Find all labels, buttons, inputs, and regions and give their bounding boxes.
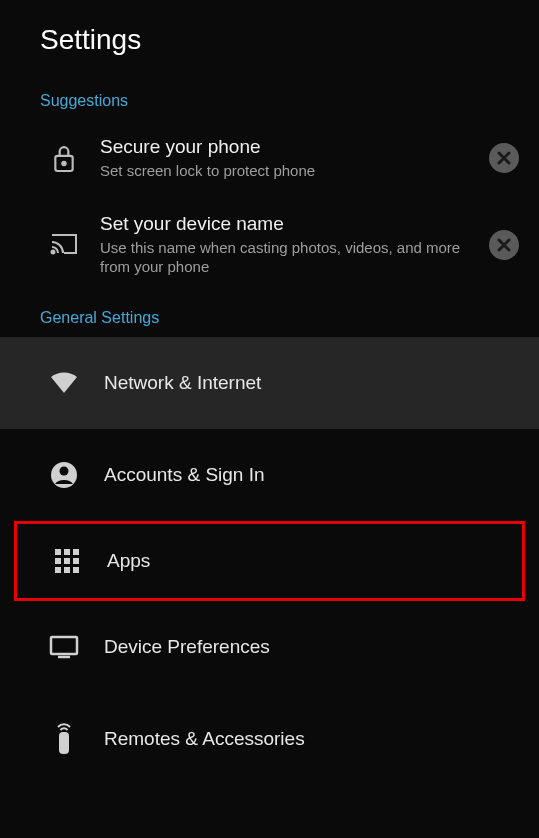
lock-icon bbox=[40, 142, 88, 174]
setting-label: Apps bbox=[91, 550, 496, 572]
svg-point-2 bbox=[52, 250, 55, 253]
suggestion-subtitle: Use this name when casting photos, video… bbox=[100, 238, 479, 277]
dismiss-button[interactable] bbox=[489, 143, 519, 173]
suggestion-secure-phone[interactable]: Secure your phone Set screen lock to pro… bbox=[0, 120, 539, 197]
remote-icon bbox=[40, 723, 88, 755]
header: Settings bbox=[0, 0, 539, 76]
setting-network[interactable]: Network & Internet bbox=[0, 337, 539, 429]
close-icon bbox=[497, 151, 511, 165]
svg-point-4 bbox=[60, 466, 69, 475]
apps-icon bbox=[43, 548, 91, 574]
svg-rect-13 bbox=[73, 567, 79, 573]
setting-label: Device Preferences bbox=[88, 636, 499, 658]
svg-rect-14 bbox=[51, 637, 77, 654]
suggestion-text: Set your device name Use this name when … bbox=[88, 213, 479, 277]
suggestion-subtitle: Set screen lock to protect phone bbox=[100, 161, 479, 181]
cast-icon bbox=[40, 232, 88, 258]
general-label: General Settings bbox=[0, 293, 539, 337]
svg-rect-11 bbox=[55, 567, 61, 573]
setting-device[interactable]: Device Preferences bbox=[0, 601, 539, 693]
svg-rect-16 bbox=[60, 733, 68, 753]
setting-apps[interactable]: Apps bbox=[17, 524, 522, 598]
close-icon bbox=[497, 238, 511, 252]
svg-rect-10 bbox=[73, 558, 79, 564]
account-icon bbox=[40, 461, 88, 489]
page-title: Settings bbox=[40, 24, 499, 56]
svg-point-1 bbox=[62, 162, 65, 165]
setting-label: Network & Internet bbox=[88, 372, 499, 394]
setting-label: Remotes & Accessories bbox=[88, 728, 499, 750]
suggestions-label: Suggestions bbox=[0, 76, 539, 120]
svg-rect-12 bbox=[64, 567, 70, 573]
monitor-icon bbox=[40, 635, 88, 659]
svg-rect-7 bbox=[73, 549, 79, 555]
setting-accounts[interactable]: Accounts & Sign In bbox=[0, 429, 539, 521]
setting-label: Accounts & Sign In bbox=[88, 464, 499, 486]
wifi-icon bbox=[40, 371, 88, 395]
suggestion-text: Secure your phone Set screen lock to pro… bbox=[88, 136, 479, 181]
highlight-apps: Apps bbox=[14, 521, 525, 601]
setting-remotes[interactable]: Remotes & Accessories bbox=[0, 693, 539, 785]
svg-rect-5 bbox=[55, 549, 61, 555]
suggestion-title: Secure your phone bbox=[100, 136, 479, 158]
svg-rect-9 bbox=[64, 558, 70, 564]
suggestion-device-name[interactable]: Set your device name Use this name when … bbox=[0, 197, 539, 293]
suggestion-title: Set your device name bbox=[100, 213, 479, 235]
svg-rect-6 bbox=[64, 549, 70, 555]
svg-rect-8 bbox=[55, 558, 61, 564]
dismiss-button[interactable] bbox=[489, 230, 519, 260]
